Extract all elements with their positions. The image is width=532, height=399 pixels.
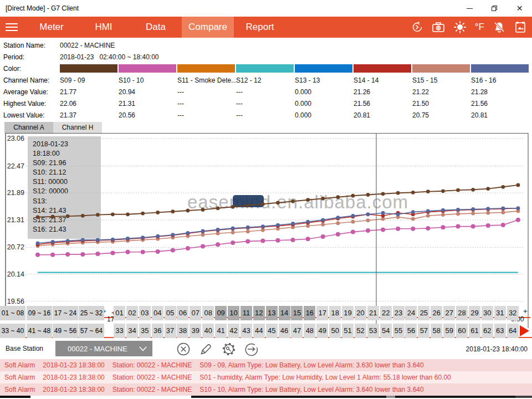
settings-gear-icon[interactable] — [222, 342, 236, 356]
channel-number-cell[interactable]: 10 — [228, 306, 239, 320]
channel-number-cell[interactable]: 15 — [291, 306, 303, 320]
brightness-icon[interactable] — [453, 21, 467, 34]
edit-pencil-icon[interactable] — [199, 342, 213, 356]
channel-number-cell[interactable]: 30 — [482, 306, 493, 320]
channel-number-cell[interactable]: 61 — [469, 324, 480, 338]
axis-zoom-plus-right[interactable]: + — [523, 307, 528, 315]
channel-number-cell[interactable]: 57 — [418, 324, 429, 338]
hamburger-menu-icon[interactable] — [0, 17, 25, 38]
channel-number-cell[interactable]: 35 — [139, 324, 151, 338]
compare-chart[interactable]: easemind.en.alibaba.com 2018-01-23 18:18… — [0, 133, 532, 338]
channel-range-button[interactable]: 09 ~ 16 — [27, 306, 52, 320]
channel-number-cell[interactable]: 32 — [507, 306, 519, 320]
channel-number-cell[interactable]: 24 — [405, 306, 417, 320]
channel-number-cell[interactable]: 54 — [380, 324, 392, 338]
channel-number-cell[interactable]: 17 — [316, 306, 328, 320]
channel-number-cell[interactable]: 55 — [393, 324, 405, 338]
nav-item-hmi[interactable]: HMI — [78, 17, 130, 38]
channel-number-cell[interactable]: 07 — [190, 306, 201, 320]
channel-number-cell[interactable]: 47 — [291, 324, 303, 338]
clear-icon[interactable] — [176, 342, 191, 356]
base-station-dropdown[interactable]: 00022 - MACHINE — [55, 341, 152, 356]
channel-number-cell[interactable]: 26 — [431, 306, 442, 320]
camera-icon[interactable] — [432, 21, 445, 33]
channel-number-cell[interactable]: 60 — [456, 324, 468, 338]
restore-button[interactable] — [482, 0, 507, 17]
temperature-unit-toggle[interactable]: °F — [475, 22, 484, 33]
channel-number-cell[interactable]: 05 — [165, 306, 176, 320]
channel-number-cell[interactable]: 12 — [253, 306, 265, 320]
channel-number-cell[interactable]: 25 — [418, 306, 429, 320]
channel-number-cell[interactable]: 03 — [139, 306, 151, 320]
channel-range-button[interactable]: 41 ~ 48 — [27, 324, 52, 338]
channel-number-cell[interactable]: 58 — [431, 324, 442, 338]
channel-number-cell[interactable]: 43 — [241, 324, 252, 338]
channel-number-cell[interactable]: 44 — [253, 324, 265, 338]
channel-number-cell[interactable]: 28 — [456, 306, 468, 320]
channel-number-cell[interactable]: 53 — [367, 324, 379, 338]
nav-item-meter[interactable]: Meter — [25, 17, 78, 38]
channel-number-cell[interactable]: 01 — [114, 306, 125, 320]
alarm-row[interactable]: Soft Alarm2018-01-23 18:38:00Station: 00… — [0, 359, 532, 371]
refresh-icon[interactable] — [411, 21, 423, 33]
channel-number-cell[interactable]: 40 — [202, 324, 214, 338]
channel-number-cell[interactable]: 09 — [215, 306, 227, 320]
channel-number-cell[interactable]: 59 — [443, 324, 455, 338]
channel-number-cell[interactable]: 34 — [126, 324, 138, 338]
alarm-row[interactable]: Soft Alarm2018-01-23 18:38:00Station: 00… — [0, 371, 532, 383]
channel-number-cell[interactable]: 46 — [279, 324, 290, 338]
channel-number-cell[interactable]: 62 — [482, 324, 493, 338]
channel-number-cell[interactable]: 21 — [367, 306, 379, 320]
channel-range-button[interactable]: 17 ~ 24 — [53, 306, 78, 320]
channel-number-cell[interactable]: 13 — [266, 306, 278, 320]
channel-number-cell[interactable]: 23 — [393, 306, 405, 320]
channel-range-button[interactable]: 33 ~ 40 — [0, 324, 25, 338]
channel-number-cell[interactable]: 22 — [380, 306, 392, 320]
channel-number-cell[interactable]: 38 — [177, 324, 188, 338]
channel-number-cell[interactable]: 41 — [215, 324, 227, 338]
channel-number-cell[interactable]: 50 — [329, 324, 341, 338]
channel-number-cell[interactable]: 11 — [241, 306, 252, 320]
channel-range-button[interactable]: 57 ~ 64 — [79, 324, 104, 338]
alarm-row[interactable]: Soft Alarm2018-01-23 18:38:00Station: 00… — [0, 383, 532, 396]
nav-item-data[interactable]: Data — [130, 17, 182, 38]
channel-number-cell[interactable]: 52 — [355, 324, 366, 338]
alarm-muted-icon[interactable] — [493, 21, 506, 34]
channel-number-cell[interactable]: 16 — [304, 306, 315, 320]
tab-channel-a[interactable]: Channel A — [4, 122, 53, 133]
channel-number-cell[interactable]: 45 — [266, 324, 278, 338]
channel-number-cell[interactable]: 56 — [405, 324, 417, 338]
channel-number-cell[interactable]: 49 — [316, 324, 328, 338]
channel-number-cell[interactable]: 42 — [228, 324, 239, 338]
channel-number-cell[interactable]: 37 — [165, 324, 176, 338]
channel-number-cell[interactable]: 19 — [342, 306, 354, 320]
channel-number-cell[interactable]: 33 — [114, 324, 125, 338]
channel-number-cell[interactable]: 20 — [355, 306, 366, 320]
channel-number-cell[interactable]: 36 — [152, 324, 163, 338]
channel-number-cell[interactable]: 02 — [126, 306, 138, 320]
channel-range-button[interactable]: 25 ~ 32 — [79, 306, 104, 320]
channel-range-button[interactable]: 01 ~ 08 — [0, 306, 25, 320]
channel-number-cell[interactable]: 04 — [152, 306, 163, 320]
channel-number-cell[interactable]: 63 — [494, 324, 506, 338]
tab-channel-h[interactable]: Channel H — [53, 122, 102, 133]
next-page-arrow[interactable] — [520, 325, 529, 336]
minimize-button[interactable] — [457, 0, 482, 17]
go-export-icon[interactable] — [244, 342, 259, 356]
snapshot-gallery-icon[interactable] — [514, 21, 526, 34]
nav-item-report[interactable]: Report — [234, 17, 286, 38]
nav-item-compare[interactable]: Compare — [182, 17, 234, 38]
channel-number-cell[interactable]: 06 — [177, 306, 188, 320]
channel-number-cell[interactable]: 27 — [443, 306, 455, 320]
channel-number-cell[interactable]: 29 — [469, 306, 480, 320]
close-button[interactable]: ✕ — [507, 0, 532, 17]
channel-number-cell[interactable]: 51 — [342, 324, 354, 338]
channel-number-cell[interactable]: 64 — [507, 324, 519, 338]
channel-number-cell[interactable]: 39 — [190, 324, 201, 338]
channel-number-cell[interactable]: 14 — [279, 306, 290, 320]
channel-number-cell[interactable]: 31 — [494, 306, 506, 320]
channel-range-button[interactable]: 49 ~ 56 — [53, 324, 78, 338]
channel-number-cell[interactable]: 48 — [304, 324, 315, 338]
channel-number-cell[interactable]: 18 — [329, 306, 341, 320]
channel-number-cell[interactable]: 08 — [202, 306, 214, 320]
